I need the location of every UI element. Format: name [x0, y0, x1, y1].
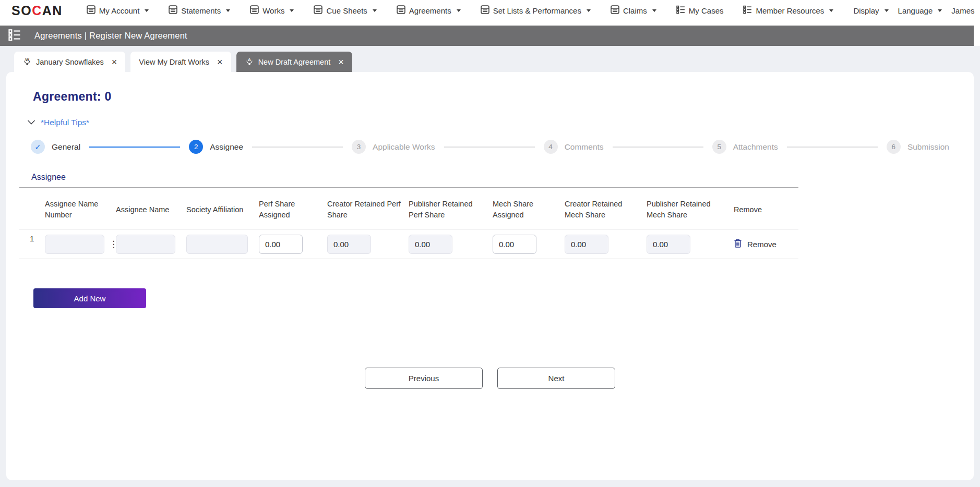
nav-label: Agreements	[409, 6, 451, 15]
step-attachments[interactable]: 5 Attachments	[712, 140, 778, 154]
add-new-button[interactable]: Add New	[33, 288, 146, 308]
step-applicable-works[interactable]: 3 Applicable Works	[352, 140, 435, 154]
helpful-tips-toggle[interactable]: *Helpful Tips*	[27, 118, 89, 127]
nav-claims[interactable]: Claims	[611, 5, 656, 16]
assignee-name-number-cell: ⋮	[45, 235, 116, 254]
stepper-connector	[613, 147, 703, 148]
nav-cue-sheets[interactable]: Cue Sheets	[314, 5, 376, 16]
step-label: Assignee	[210, 142, 243, 152]
step-comments[interactable]: 4 Comments	[544, 140, 604, 154]
close-icon[interactable]: ×	[338, 57, 344, 67]
step-number: 6	[887, 140, 901, 154]
nav-set-lists-performances[interactable]: Set Lists & Performances	[481, 5, 591, 16]
chevron-down-icon	[938, 9, 942, 12]
remove-row-button[interactable]: Remove	[734, 238, 776, 250]
tab-new-draft-agreement[interactable]: A New Draft Agreement ×	[236, 52, 352, 72]
step-label: Applicable Works	[373, 142, 435, 152]
nav-my-cases[interactable]: My Cases	[676, 5, 724, 16]
chevron-down-icon	[885, 9, 889, 12]
publisher-retained-mech-share-input	[647, 235, 690, 254]
step-general[interactable]: ✓ General	[31, 140, 80, 154]
list-icon	[611, 5, 619, 16]
breadcrumb: Agreements | Register New Agreement	[34, 31, 187, 41]
column-header: Publisher Retained Perf Share	[409, 199, 493, 221]
society-affiliation-input[interactable]	[186, 235, 248, 254]
assignee-table-header: Assignee Name Number Assignee Name Socie…	[19, 188, 798, 229]
chevron-down-icon	[829, 9, 833, 12]
close-icon[interactable]: ×	[217, 57, 223, 67]
perf-share-assigned-cell	[259, 235, 327, 254]
assignee-name-cell	[116, 235, 186, 254]
chevron-down-icon	[226, 9, 230, 12]
mech-share-assigned-input[interactable]	[493, 235, 536, 254]
step-label: General	[52, 142, 80, 152]
tab-label: New Draft Agreement	[258, 58, 331, 66]
chevron-down-icon	[457, 9, 461, 12]
chevron-down-icon	[27, 118, 35, 127]
nav-label: Claims	[623, 6, 647, 15]
chevron-down-icon	[290, 9, 294, 12]
helpful-tips-label: *Helpful Tips*	[41, 118, 89, 127]
nav-label: James	[951, 6, 974, 15]
nav-display[interactable]: Display	[853, 6, 888, 15]
step-label: Attachments	[733, 142, 778, 152]
agreement-icon: A	[245, 56, 254, 67]
step-submission[interactable]: 6 Submission	[887, 140, 949, 154]
step-number: 2	[189, 140, 203, 154]
society-affiliation-cell	[186, 235, 259, 254]
nav-agreements[interactable]: Agreements	[397, 5, 461, 16]
assignee-name-input[interactable]	[116, 235, 175, 254]
assignee-table: Assignee Name Number Assignee Name Socie…	[19, 188, 798, 259]
logo-accent-letter: C	[32, 3, 42, 18]
stepper-connector	[444, 147, 535, 148]
chevron-down-icon	[145, 9, 149, 12]
next-button[interactable]: Next	[497, 368, 615, 389]
list-icon	[481, 5, 489, 16]
column-header: Assignee Name	[116, 204, 186, 215]
close-icon[interactable]: ×	[112, 57, 117, 67]
chevron-down-icon	[373, 9, 377, 12]
step-label: Submission	[907, 142, 949, 152]
mech-share-assigned-cell	[493, 235, 565, 254]
tab-view-my-draft-works[interactable]: View My Draft Works ×	[130, 52, 231, 72]
trash-icon	[734, 238, 742, 250]
nav-user-menu[interactable]: James	[951, 6, 980, 15]
column-header: Assignee Name Number	[45, 199, 116, 221]
nav-label: My Cases	[689, 6, 724, 15]
nav-works[interactable]: Works	[250, 5, 294, 16]
nav-my-account[interactable]: My Account	[87, 5, 149, 16]
nav-label: Display	[853, 6, 879, 15]
socan-logo[interactable]: SOCAN	[11, 3, 63, 18]
table-row: 1 ⋮	[19, 229, 798, 259]
tab-january-snowflakes[interactable]: W January Snowflakes ×	[14, 52, 125, 72]
publisher-retained-perf-share-cell	[409, 235, 493, 254]
nav-language[interactable]: Language	[898, 6, 942, 15]
column-header: Society Affiliation	[186, 204, 259, 215]
perf-share-assigned-input[interactable]	[259, 235, 303, 254]
creator-retained-mech-share-input	[565, 235, 608, 254]
assignee-name-number-input[interactable]	[45, 235, 104, 254]
nav-statements[interactable]: Statements	[169, 5, 230, 16]
column-header: Publisher Retained Mech Share	[647, 199, 734, 221]
creator-retained-mech-share-cell	[565, 235, 647, 254]
task-list-icon	[8, 29, 21, 43]
nav-member-resources[interactable]: Member Resources	[743, 5, 833, 16]
step-label: Comments	[565, 142, 604, 152]
nav-label: Works	[262, 6, 284, 15]
breadcrumb-bar: Agreements | Register New Agreement	[0, 26, 974, 46]
column-header: Remove	[734, 204, 798, 215]
nav-label: Statements	[181, 6, 221, 15]
logo-text-end: AN	[42, 3, 63, 18]
list-icon	[169, 5, 177, 16]
step-number: 4	[544, 140, 558, 154]
main-region: W January Snowflakes × View My Draft Wor…	[0, 46, 980, 487]
remove-label: Remove	[747, 240, 776, 249]
nav-label: My Account	[99, 6, 140, 15]
wizard-footer: Previous Next	[6, 368, 974, 389]
logo-text: SO	[11, 3, 32, 18]
step-assignee[interactable]: 2 Assignee	[189, 140, 243, 154]
open-tabs-bar: W January Snowflakes × View My Draft Wor…	[0, 52, 980, 72]
step-number: 5	[712, 140, 726, 154]
previous-button[interactable]: Previous	[365, 368, 483, 389]
assignee-section-title: Assignee	[31, 173, 974, 182]
